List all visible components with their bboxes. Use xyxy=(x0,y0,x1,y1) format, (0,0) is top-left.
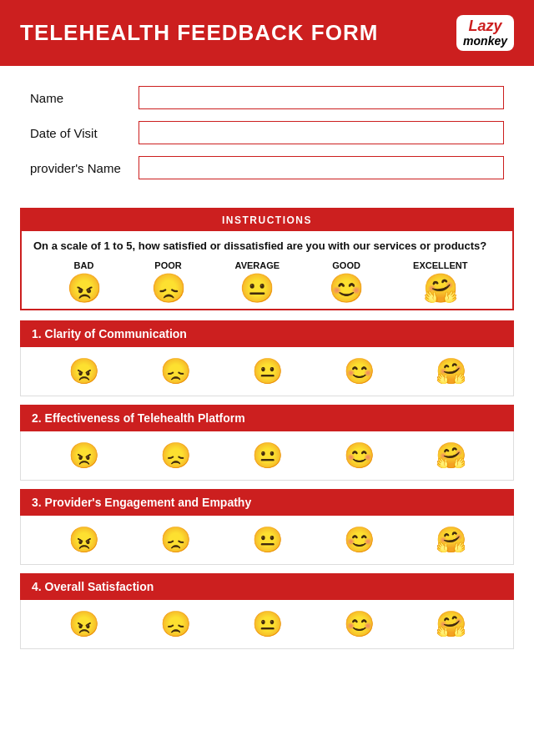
scale-label-average: AVERAGE xyxy=(235,260,280,270)
rating-emoji-4-3[interactable]: 😐 xyxy=(252,612,283,637)
logo: Lazy monkey xyxy=(456,15,514,51)
scale-label-bad: BAD xyxy=(74,260,94,270)
rating-emoji-4-4[interactable]: 😊 xyxy=(344,612,375,637)
rating-section-4: 4. Overall Satisfaction😠😞😐😊🤗 xyxy=(20,573,514,649)
rating-emoji-4-1[interactable]: 😠 xyxy=(68,612,99,637)
rating-emoji-1-5[interactable]: 🤗 xyxy=(436,359,466,384)
rating-emoji-2-5[interactable]: 🤗 xyxy=(436,443,466,468)
rating-emoji-3-2[interactable]: 😞 xyxy=(160,527,191,552)
rating-emoji-1-2[interactable]: 😞 xyxy=(160,359,191,384)
scale-label-poor: POOR xyxy=(154,260,181,270)
section-header-3: 3. Provider's Engagement and Empathy xyxy=(20,489,514,516)
page-header: TELEHEALTH FEEDBACK FORM Lazy monkey xyxy=(0,0,534,66)
scale-label-good: GOOD xyxy=(332,260,360,270)
section-header-2: 2. Effectiveness of Telehealth Platform xyxy=(20,405,514,431)
provider-label: provider's Name xyxy=(30,161,139,175)
scale-item-excellent: EXCELLENT 🤗 xyxy=(413,260,467,302)
section-header-4: 4. Overall Satisfaction xyxy=(20,573,514,600)
rating-section-1: 1. Clarity of Communication😠😞😐😊🤗 xyxy=(20,320,514,396)
scale-emoji-bad: 😠 xyxy=(67,274,102,302)
rating-section-2: 2. Effectiveness of Telehealth Platform😠… xyxy=(20,405,514,481)
scale-item-good: GOOD 😊 xyxy=(329,260,364,302)
rating-emoji-2-3[interactable]: 😐 xyxy=(252,443,283,468)
scale-emoji-average: 😐 xyxy=(239,274,275,302)
rating-emoji-3-4[interactable]: 😊 xyxy=(344,527,375,552)
rating-emoji-2-1[interactable]: 😠 xyxy=(68,443,99,468)
date-label: Date of Visit xyxy=(30,126,139,140)
rating-row-1: 😠😞😐😊🤗 xyxy=(20,347,514,396)
instructions-text: On a scale of 1 to 5, how satisfied or d… xyxy=(33,239,501,252)
scale-emoji-excellent: 🤗 xyxy=(423,274,458,302)
rating-emoji-3-3[interactable]: 😐 xyxy=(252,527,283,552)
rating-section-3: 3. Provider's Engagement and Empathy😠😞😐😊… xyxy=(20,489,514,565)
section-header-1: 1. Clarity of Communication xyxy=(20,320,514,347)
scale-row: BAD 😠 POOR 😞 AVERAGE 😐 GOOD 😊 EXCELLENT … xyxy=(33,260,501,302)
provider-row: provider's Name xyxy=(30,156,504,179)
rating-emoji-1-4[interactable]: 😊 xyxy=(344,359,375,384)
scale-label-excellent: EXCELLENT xyxy=(413,260,467,270)
rating-emoji-1-3[interactable]: 😐 xyxy=(252,359,283,384)
logo-monkey: monkey xyxy=(463,35,507,48)
scale-emoji-poor: 😞 xyxy=(151,274,186,302)
name-label: Name xyxy=(30,91,139,105)
instructions-body: On a scale of 1 to 5, how satisfied or d… xyxy=(22,231,512,309)
rating-emoji-1-1[interactable]: 😠 xyxy=(68,359,99,384)
form-section: Name Date of Visit provider's Name xyxy=(0,66,534,199)
date-row: Date of Visit xyxy=(30,121,504,144)
rating-emoji-4-5[interactable]: 🤗 xyxy=(436,612,466,637)
scale-emoji-good: 😊 xyxy=(329,274,364,302)
name-input[interactable] xyxy=(139,86,504,109)
name-row: Name xyxy=(30,86,504,109)
rating-emoji-4-2[interactable]: 😞 xyxy=(160,612,191,637)
date-input[interactable] xyxy=(139,121,504,144)
rating-row-2: 😠😞😐😊🤗 xyxy=(20,431,514,481)
scale-item-average: AVERAGE 😐 xyxy=(235,260,280,302)
rating-emoji-3-1[interactable]: 😠 xyxy=(68,527,99,552)
instructions-header: INSTRUCTIONS xyxy=(22,209,512,231)
rating-emoji-3-5[interactable]: 🤗 xyxy=(436,527,466,552)
rating-row-4: 😠😞😐😊🤗 xyxy=(20,600,514,649)
provider-input[interactable] xyxy=(139,156,504,179)
logo-lazy: Lazy xyxy=(469,18,502,35)
scale-item-poor: POOR 😞 xyxy=(151,260,186,302)
rating-row-3: 😠😞😐😊🤗 xyxy=(20,516,514,565)
rating-emoji-2-2[interactable]: 😞 xyxy=(160,443,191,468)
instructions-box: INSTRUCTIONS On a scale of 1 to 5, how s… xyxy=(20,208,514,310)
rating-emoji-2-4[interactable]: 😊 xyxy=(344,443,375,468)
scale-item-bad: BAD 😠 xyxy=(67,260,102,302)
page-title: TELEHEALTH FEEDBACK FORM xyxy=(20,20,378,46)
